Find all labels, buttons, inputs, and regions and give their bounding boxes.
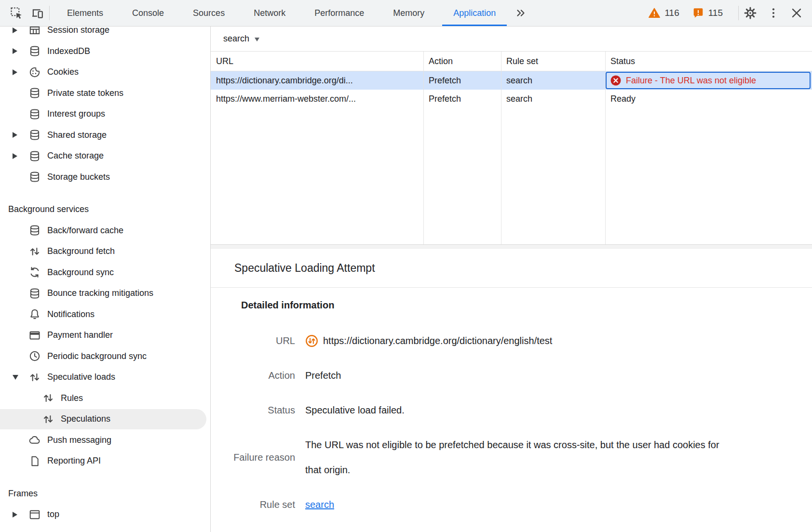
sidebar-item-label: Payment handler: [47, 330, 113, 340]
database-icon: [28, 129, 41, 141]
table-row[interactable]: https://dictionary.cambridge.org/di...Pr…: [211, 71, 812, 90]
database-glyph: [28, 150, 41, 162]
cell-status[interactable]: Ready: [605, 90, 812, 108]
inspect-element-button[interactable]: [8, 4, 25, 22]
sidebar-item-label: Cookies: [47, 67, 79, 77]
collapse-icon[interactable]: [13, 375, 18, 380]
sidebar-item-label: Back/forward cache: [47, 226, 123, 236]
sidebar-item-bounce-tracking-mitigations[interactable]: Bounce tracking mitigations: [0, 283, 210, 304]
cell-url[interactable]: https://www.merriam-webster.com/...: [211, 90, 423, 108]
payment-card-icon: [28, 329, 41, 342]
settings-button[interactable]: [742, 4, 759, 22]
ruleset-filter-dropdown[interactable]: search: [223, 34, 259, 44]
arrows-up-down-icon: [28, 245, 41, 258]
chevron-double-right-icon: [514, 7, 527, 19]
tab-memory[interactable]: Memory: [379, 0, 439, 26]
device-toolbar-button[interactable]: [29, 4, 46, 22]
sidebar-item-payment-handler[interactable]: Payment handler: [0, 325, 210, 346]
tab-console[interactable]: Console: [118, 0, 178, 26]
sidebar-item-shared-storage[interactable]: Shared storage: [0, 125, 210, 146]
sidebar-item-label: top: [47, 509, 59, 519]
expander-slot: [13, 512, 19, 518]
speculations-panel: search URLActionRule setStatus https://d…: [211, 27, 812, 532]
sidebar-item-back-forward-cache[interactable]: Back/forward cache: [0, 220, 210, 241]
cell-status[interactable]: Failure - The URL was not eligible: [605, 71, 812, 90]
cell-rule-set[interactable]: search: [501, 71, 605, 90]
sidebar-item-speculations[interactable]: Speculations: [0, 409, 210, 430]
sidebar-section-frames: Frames: [0, 483, 210, 505]
expand-icon[interactable]: [13, 153, 17, 159]
sidebar-item-cache-storage[interactable]: Cache storage: [0, 146, 210, 167]
tab-application[interactable]: Application: [439, 0, 510, 26]
sidebar-item-label: Bounce tracking mitigations: [47, 288, 153, 298]
cell-action[interactable]: Prefetch: [423, 71, 501, 90]
sidebar-item-interest-groups[interactable]: Interest groups: [0, 104, 210, 125]
expand-icon[interactable]: [13, 69, 17, 75]
sidebar-item-notifications[interactable]: Notifications: [0, 304, 210, 325]
sidebar-item-reporting-api[interactable]: Reporting API: [0, 451, 210, 472]
column-header-rule-set[interactable]: Rule set: [501, 52, 605, 71]
sidebar-item-label: Periodic background sync: [47, 351, 147, 361]
sidebar-item-periodic-background-sync[interactable]: Periodic background sync: [0, 346, 210, 367]
details-fields: URLhttps://dictionary.cambridge.org/dict…: [211, 323, 812, 522]
database-icon: [28, 87, 41, 99]
detail-value-rule-set: search: [305, 499, 812, 510]
sidebar-item-rules[interactable]: Rules: [0, 388, 210, 409]
details-subtitle: Detailed information: [241, 300, 812, 311]
column-header-status[interactable]: Status: [605, 52, 812, 71]
cloud-glyph: [28, 434, 41, 446]
sidebar-item-indexeddb[interactable]: IndexedDB: [0, 41, 210, 62]
column-header-action[interactable]: Action: [423, 52, 501, 71]
cell-url[interactable]: https://dictionary.cambridge.org/di...: [211, 71, 423, 90]
tab-network[interactable]: Network: [239, 0, 300, 26]
column-divider: [423, 52, 424, 244]
sidebar-item-background-sync[interactable]: Background sync: [0, 262, 210, 283]
expand-icon[interactable]: [13, 512, 17, 518]
detail-url-text: https://dictionary.cambridge.org/diction…: [323, 335, 552, 346]
cell-action[interactable]: Prefetch: [423, 90, 501, 108]
detail-field-failure-reason: Failure reasonThe URL was not eligible t…: [211, 427, 812, 487]
sidebar-item-label: Interest groups: [47, 109, 105, 119]
close-devtools-button[interactable]: [788, 4, 805, 22]
ruleset-filter-label: search: [223, 34, 249, 44]
sidebar-item-background-fetch[interactable]: Background fetch: [0, 241, 210, 262]
sidebar-item-top[interactable]: top: [0, 504, 210, 525]
arrows-up-down-glyph: [42, 413, 54, 426]
detail-label-failure-reason: Failure reason: [211, 452, 295, 463]
more-tabs-button[interactable]: [512, 4, 529, 22]
devtools-window: ElementsConsoleSourcesNetworkPerformance…: [0, 0, 812, 532]
detail-value-failure-reason: The URL was not eligible to be prefetche…: [305, 432, 730, 482]
warnings-badge[interactable]: 116: [648, 7, 679, 19]
arrows-up-down-glyph: [28, 371, 41, 384]
cloud-icon: [28, 434, 41, 446]
sidebar-item-label: Speculative loads: [47, 372, 115, 382]
sidebar-item-session-storage[interactable]: Session storage: [0, 27, 210, 41]
tab-sources[interactable]: Sources: [178, 0, 239, 26]
sidebar-item-label: Background fetch: [47, 246, 115, 256]
database-glyph: [28, 87, 41, 99]
expand-icon[interactable]: [13, 48, 17, 54]
tab-performance[interactable]: Performance: [300, 0, 379, 26]
sidebar-item-speculative-loads[interactable]: Speculative loads: [0, 367, 210, 388]
status-failure-focus-box[interactable]: Failure - The URL was not eligible: [606, 72, 811, 89]
sidebar-item-cookies[interactable]: Cookies: [0, 62, 210, 83]
tab-elements[interactable]: Elements: [53, 0, 118, 26]
database-glyph: [28, 108, 41, 120]
table-row[interactable]: https://www.merriam-webster.com/...Prefe…: [211, 90, 812, 108]
cell-rule-set[interactable]: search: [501, 90, 605, 108]
column-header-url[interactable]: URL: [211, 52, 423, 71]
panel-splitter[interactable]: [211, 244, 812, 249]
sidebar-item-private-state-tokens[interactable]: Private state tokens: [0, 83, 210, 104]
sidebar-section-background-services: Background services: [0, 199, 210, 220]
expand-icon[interactable]: [13, 27, 17, 33]
sidebar-item-push-messaging[interactable]: Push messaging: [0, 430, 210, 451]
sidebar-item-label: Push messaging: [47, 435, 111, 445]
rule-set-link[interactable]: search: [305, 499, 334, 510]
issues-badge[interactable]: 115: [692, 7, 723, 19]
sidebar-item-storage-buckets[interactable]: Storage buckets: [0, 167, 210, 188]
more-options-button[interactable]: [765, 4, 782, 22]
cookie-glyph: [28, 66, 41, 79]
expand-icon[interactable]: [13, 132, 17, 138]
application-sidebar: Session storageIndexedDBCookiesPrivate s…: [0, 27, 211, 532]
sidebar-item-label: Shared storage: [47, 130, 107, 140]
